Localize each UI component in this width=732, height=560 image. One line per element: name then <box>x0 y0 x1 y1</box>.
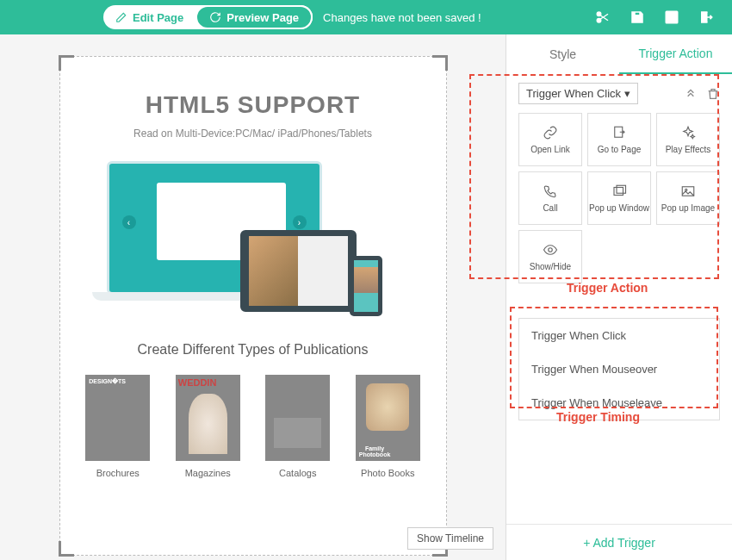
edit-icon <box>115 11 127 23</box>
chevron-right-icon: › <box>293 215 307 229</box>
action-popup-image[interactable]: Pop up Image <box>656 171 720 225</box>
publication-item: Magazines <box>176 375 240 478</box>
properties-sidebar: Style Trigger Action Trigger When Click … <box>506 34 732 560</box>
cut-button[interactable] <box>586 0 620 34</box>
action-open-link[interactable]: Open Link <box>518 113 582 166</box>
action-label: Open Link <box>530 145 570 154</box>
publication-label: Brochures <box>85 468 150 478</box>
refresh-icon <box>209 11 221 23</box>
tab-trigger-action[interactable]: Trigger Action <box>619 34 732 74</box>
window-icon <box>611 184 627 199</box>
save-button[interactable] <box>620 0 654 34</box>
sidebar-tabs: Style Trigger Action <box>506 34 732 74</box>
eye-icon <box>543 242 558 258</box>
action-label: Pop up Window <box>589 203 649 213</box>
publication-item: Catalogs <box>265 375 330 478</box>
timing-option-mouseover[interactable]: Trigger When Mouseover <box>519 352 719 386</box>
page-subtitle: Read on Multi-Device:PC/Mac/ iPad/Phones… <box>60 128 446 140</box>
corner-handle-bl[interactable] <box>59 541 74 557</box>
action-label: Pop up Image <box>661 203 715 213</box>
save-status-text: Changes have not been saved ! <box>323 11 481 24</box>
action-call[interactable]: Call <box>518 171 582 225</box>
publication-row: Brochures Magazines Catalogs Photo Books <box>60 375 446 478</box>
timing-option-click[interactable]: Trigger When Click <box>519 319 719 352</box>
brochure-cover <box>85 375 150 461</box>
trigger-action-grid: Open Link Go to Page Play Effects Call P… <box>518 113 720 283</box>
page-canvas[interactable]: HTML5 SUPPORT Read on Multi-Device:PC/Ma… <box>59 56 447 556</box>
corner-handle-tr[interactable] <box>432 55 448 71</box>
phone-icon <box>543 184 558 199</box>
mode-toggle: Edit Page Preview Page <box>103 5 313 29</box>
publication-item: Brochures <box>85 375 150 478</box>
preview-page-label: Preview Page <box>226 11 299 24</box>
svg-point-8 <box>549 248 553 252</box>
image-icon <box>680 184 696 199</box>
device-mockups: ‹ › <box>107 161 400 312</box>
import-button[interactable] <box>654 0 689 34</box>
catalog-cover <box>265 375 330 461</box>
publication-item: Photo Books <box>356 375 420 478</box>
tablet-mockup <box>240 230 357 312</box>
page-heading2: Create Different Types of Publications <box>60 342 446 358</box>
publication-label: Magazines <box>176 468 240 478</box>
magazine-cover <box>176 375 240 461</box>
photobook-cover <box>356 375 420 461</box>
action-label: Show/Hide <box>530 262 571 271</box>
svg-rect-4 <box>614 188 623 196</box>
action-label: Play Effects <box>666 145 711 154</box>
sparkle-icon <box>680 125 696 140</box>
delete-icon[interactable] <box>706 87 720 101</box>
page-arrow-icon <box>611 125 627 140</box>
edit-page-label: Edit Page <box>133 11 183 24</box>
publication-label: Catalogs <box>265 468 330 478</box>
action-popup-window[interactable]: Pop up Window <box>587 171 651 225</box>
exit-icon <box>698 9 714 25</box>
page-title: HTML5 SUPPORT <box>60 91 446 119</box>
tab-style[interactable]: Style <box>506 34 619 74</box>
preview-page-button[interactable]: Preview Page <box>195 5 313 29</box>
corner-handle-tl[interactable] <box>59 55 74 71</box>
action-play-effects[interactable]: Play Effects <box>656 113 720 166</box>
link-icon <box>543 125 558 140</box>
timing-option-mouseleave[interactable]: Trigger When Mouseleave <box>519 386 719 420</box>
phone-mockup <box>350 256 382 316</box>
caret-down-icon: ▾ <box>624 87 630 100</box>
svg-rect-5 <box>617 185 626 193</box>
trigger-panel: Trigger When Click ▾ Open Link Go to Pag… <box>506 74 732 524</box>
action-goto-page[interactable]: Go to Page <box>587 113 651 166</box>
action-label: Call <box>543 203 557 213</box>
canvas-area: HTML5 SUPPORT Read on Multi-Device:PC/Ma… <box>0 34 506 560</box>
trigger-timing-dropdown[interactable]: Trigger When Click ▾ <box>518 83 638 104</box>
trigger-timing-list: Trigger When Click Trigger When Mouseove… <box>518 318 720 420</box>
edit-page-button[interactable]: Edit Page <box>103 5 195 29</box>
top-toolbar: Edit Page Preview Page Changes have not … <box>0 0 732 34</box>
scissors-icon <box>595 9 611 25</box>
save-icon <box>630 9 645 25</box>
action-show-hide[interactable]: Show/Hide <box>518 230 582 283</box>
add-trigger-button[interactable]: + Add Trigger <box>506 524 732 560</box>
import-icon <box>664 9 679 25</box>
exit-button[interactable] <box>689 0 723 34</box>
action-label: Go to Page <box>598 145 642 154</box>
chevron-left-icon: ‹ <box>122 215 136 229</box>
trigger-dropdown-label: Trigger When Click <box>526 87 621 100</box>
publication-label: Photo Books <box>356 468 420 478</box>
collapse-icon[interactable] <box>684 87 698 101</box>
show-timeline-button[interactable]: Show Timeline <box>407 527 493 550</box>
